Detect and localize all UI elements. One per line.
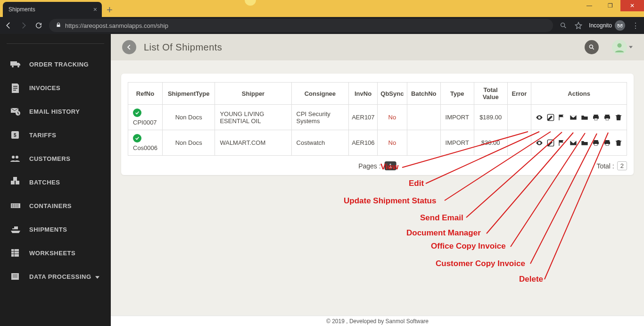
col-total-value: Total Value: [474, 83, 507, 105]
annot-customer-copy: Customer Copy Invoice: [436, 259, 525, 268]
annot-delete: Delete: [519, 275, 543, 284]
shipments-card: RefNoShipmentTypeShipperConsigneeInvNoQb…: [121, 74, 634, 175]
cell-batchno: [407, 130, 440, 156]
sidebar-item-label: TARIFFS: [29, 132, 56, 139]
address-bar[interactable]: https://areopost.sanmolapps.com/ship: [49, 19, 553, 32]
cell-error: [507, 105, 531, 130]
action-document-manager-icon[interactable]: [580, 114, 589, 121]
sidebar-item-label: SHIPMENTS: [29, 226, 67, 233]
sidebar-item-label: CUSTOMERS: [29, 155, 70, 162]
action-view-icon[interactable]: [535, 139, 544, 147]
sidebar-item-batches[interactable]: BATCHES: [0, 170, 111, 194]
user-menu[interactable]: [612, 40, 633, 55]
action-customer-copy-invoice-icon[interactable]: [603, 114, 611, 121]
sidebar-item-order-tracking[interactable]: ORDER TRACKING: [0, 52, 111, 76]
sidebar-item-email-history[interactable]: EMAIL HISTORY: [0, 100, 111, 123]
sidebar-item-invoices[interactable]: INVOICES: [0, 76, 111, 100]
window-controls: — ❐ ✕: [579, 0, 644, 11]
sidebar-item-icon: [9, 224, 22, 234]
action-customer-copy-invoice-icon[interactable]: [603, 139, 611, 147]
sidebar-item-icon: [9, 248, 22, 258]
action-send-email-icon[interactable]: [569, 139, 578, 147]
browser-back-icon[interactable]: [4, 21, 13, 30]
action-document-manager-icon[interactable]: [580, 139, 589, 147]
total-label: Total :: [596, 162, 614, 170]
url-text: https://areopost.sanmolapps.com/ship: [65, 22, 168, 29]
sidebar-item-shipments[interactable]: SHIPMENTS: [0, 217, 111, 241]
action-office-copy-invoice-icon[interactable]: [592, 139, 600, 147]
col-error: Error: [507, 83, 531, 105]
col-type: Type: [440, 83, 474, 105]
cell-shipment-type: Non Docs: [162, 130, 215, 156]
cell-type: IMPORT: [440, 130, 474, 156]
sidebar-item-worksheets[interactable]: WORKSHEETS: [0, 241, 111, 265]
page-current[interactable]: 1: [385, 161, 396, 170]
sidebar-item-label: EMAIL HISTORY: [29, 108, 80, 115]
close-tab-icon[interactable]: ×: [93, 6, 97, 13]
action-edit-icon[interactable]: [546, 139, 555, 147]
cell-qbsync: No: [377, 130, 407, 156]
bookmark-star-icon[interactable]: [574, 21, 583, 30]
svg-point-3: [589, 45, 593, 48]
search-in-page-icon[interactable]: [559, 21, 568, 30]
chevron-down-icon: [95, 273, 99, 280]
sidebar-item-tariffs[interactable]: TARIFFS: [0, 123, 111, 147]
tab-strip: Shipments × +: [0, 0, 113, 17]
cell-refno: CPI0007: [133, 119, 159, 126]
col-shipmenttype: ShipmentType: [162, 83, 215, 105]
action-office-copy-invoice-icon[interactable]: [592, 114, 600, 121]
browser-reload-icon[interactable]: [34, 21, 43, 30]
cell-actions: [531, 130, 627, 156]
window-maximize-button[interactable]: ❐: [600, 0, 620, 11]
page-title: List Of Shipments: [144, 42, 222, 53]
window-minimize-button[interactable]: —: [579, 0, 600, 11]
main-content: List Of Shipments RefNoShipmentTypeShipp…: [111, 34, 644, 326]
sidebar-item-icon: [9, 59, 22, 69]
sidebar-item-icon: [9, 177, 22, 187]
shipments-table: RefNoShipmentTypeShipperConsigneeInvNoQb…: [128, 82, 627, 156]
header-search-button[interactable]: [585, 40, 599, 54]
cell-invno: AER106: [349, 130, 378, 156]
new-tab-button[interactable]: +: [107, 4, 113, 16]
sidebar-item-icon: [9, 106, 22, 117]
window-titlebar: Shipments × + — ❐ ✕: [0, 0, 644, 17]
page-footer: © 2019 , Developed by Sanmol Software: [111, 316, 644, 326]
action-delete-icon[interactable]: [614, 139, 623, 147]
action-update-status-icon[interactable]: [558, 139, 566, 147]
action-send-email-icon[interactable]: [569, 114, 578, 121]
sidebar-item-data-processing[interactable]: DATA PROCESSING: [0, 265, 111, 288]
col-consignee: Consignee: [291, 83, 349, 105]
browser-forward-icon[interactable]: [19, 21, 28, 30]
action-edit-icon[interactable]: [546, 114, 555, 121]
svg-point-0: [561, 23, 565, 27]
col-batchno: BatchNo: [407, 83, 440, 105]
action-update-status-icon[interactable]: [558, 114, 566, 121]
cell-type: IMPORT: [440, 105, 474, 130]
action-view-icon[interactable]: [535, 114, 544, 121]
action-delete-icon[interactable]: [614, 114, 623, 121]
caret-down-icon: [629, 46, 633, 49]
cell-refno: Cos0006: [133, 144, 159, 151]
col-qbsync: QbSync: [377, 83, 407, 105]
browser-menu-icon[interactable]: ⋮: [631, 21, 640, 30]
annot-update-status: Update Shipment Status: [344, 196, 436, 206]
table-row: Cos0006Non DocsWALMART.COMCostwatchAER10…: [128, 130, 627, 156]
svg-point-4: [617, 43, 621, 48]
sidebar-item-containers[interactable]: CONTAINERS: [0, 194, 111, 217]
pages-label: Pages :: [358, 162, 380, 170]
incognito-label: Incognito: [589, 22, 612, 29]
cell-shipper: WALMART.COM: [215, 130, 291, 156]
browser-tab[interactable]: Shipments ×: [3, 2, 102, 17]
sidebar-item-label: ORDER TRACKING: [29, 61, 89, 68]
sidebar-item-customers[interactable]: CUSTOMERS: [0, 147, 111, 170]
sidebar-separator: [7, 43, 104, 44]
annot-doc-manager: Document Manager: [406, 228, 481, 238]
titlebar-accent: [245, 0, 256, 6]
page-header: List Of Shipments: [111, 34, 644, 60]
col-invno: InvNo: [349, 83, 378, 105]
page-back-button[interactable]: [122, 40, 136, 54]
window-close-button[interactable]: ✕: [620, 0, 644, 11]
cell-error: [507, 130, 531, 156]
incognito-indicator[interactable]: Incognito: [589, 20, 625, 31]
cell-consignee: Costwatch: [291, 130, 349, 156]
